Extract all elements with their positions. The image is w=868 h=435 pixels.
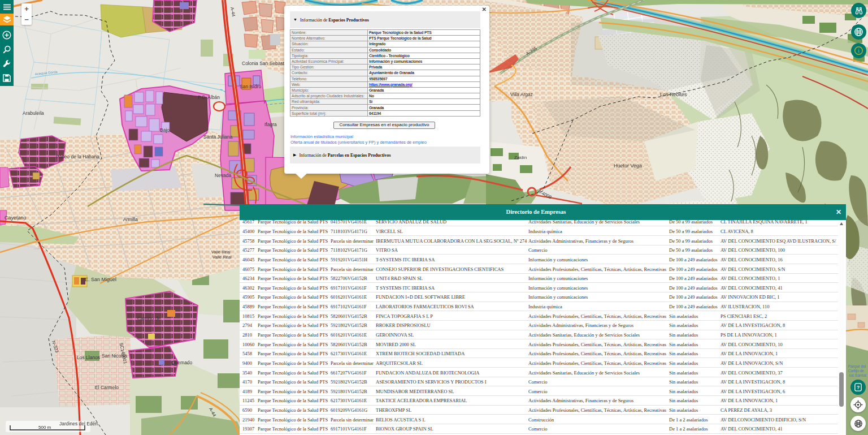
- svg-text:?: ?: [857, 385, 860, 390]
- svg-text:E. San Miguel: E. San Miguel: [85, 277, 116, 282]
- svg-text:Zaidín: Zaidín: [514, 155, 527, 160]
- svg-text:P.C. Albán: P.C. Albán: [198, 94, 220, 100]
- svg-text:San Isidro: San Isidro: [240, 84, 262, 89]
- svg-text:Paseo de la Habana: Paseo de la Habana: [56, 154, 99, 160]
- svg-text:Huetor Vega: Huetor Vega: [614, 163, 642, 169]
- svg-text:El Carmelo: El Carmelo: [95, 385, 119, 390]
- svg-text:Jardines del Edén: Jardines del Edén: [59, 421, 98, 427]
- svg-text:Valle Real: Valle Real: [211, 249, 231, 255]
- svg-text:Villa Argaz: Villa Argaz: [510, 92, 533, 97]
- svg-text:Parque del: Parque del: [848, 364, 866, 369]
- svg-text:Los Llanos: Los Llanos: [77, 355, 100, 360]
- svg-text:Bajo: Bajo: [160, 127, 170, 133]
- svg-text:Santa Juliana: Santa Juliana: [203, 134, 233, 140]
- svg-text:Nevada: Nevada: [215, 173, 232, 178]
- svg-text:Colonia San Sebasti: Colonia San Sebasti: [242, 61, 285, 66]
- svg-text:Armilla: Armilla: [123, 217, 138, 222]
- svg-text:Valle Real: Valle Real: [212, 255, 232, 260]
- svg-text:Cortijo de: Cortijo de: [848, 369, 864, 373]
- svg-text:Ifagra: Ifagra: [264, 122, 277, 127]
- svg-text:Arabuleila: Arabuleila: [23, 110, 44, 116]
- svg-text:los Santos: los Santos: [849, 373, 867, 377]
- svg-text:Cayetano: Cayetano: [5, 215, 27, 221]
- svg-text:Los Rebites: Los Rebites: [660, 92, 687, 97]
- svg-text:500 m: 500 m: [38, 425, 51, 430]
- svg-text:Quemado: Quemado: [171, 360, 193, 365]
- svg-text:i: i: [858, 48, 860, 54]
- svg-text:Camino de: Camino de: [137, 316, 160, 321]
